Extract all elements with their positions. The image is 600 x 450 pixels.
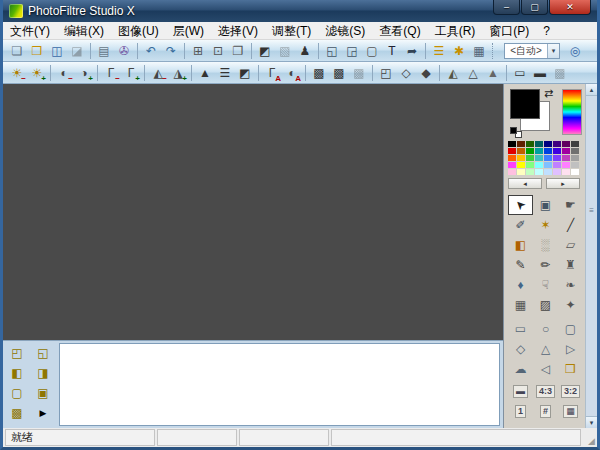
- scroll-up-button[interactable]: ▴: [586, 84, 597, 96]
- palette-swatch[interactable]: [526, 148, 534, 154]
- vector-path-button[interactable]: ➦: [403, 42, 421, 60]
- merge-layers-button[interactable]: ◲: [343, 42, 361, 60]
- palette-swatch[interactable]: [553, 162, 561, 168]
- palette-swatch[interactable]: [508, 148, 516, 154]
- menu-item-selection[interactable]: 选择(V): [211, 22, 265, 40]
- blur-more-button[interactable]: ▲: [484, 64, 502, 82]
- scroll-grip[interactable]: ≡: [589, 206, 594, 215]
- auto-contrast-button[interactable]: ◐A: [283, 64, 301, 82]
- palette-swatch[interactable]: [508, 155, 516, 161]
- menu-item-file[interactable]: 文件(Y): [3, 22, 57, 40]
- shape-ellipse[interactable]: ○: [533, 319, 558, 339]
- palette-swatch[interactable]: [571, 169, 579, 175]
- soften-button[interactable]: ◇: [397, 64, 415, 82]
- keyboard-input-button[interactable]: ▦: [558, 401, 583, 421]
- shape-triangle[interactable]: △: [533, 339, 558, 359]
- shape-polygon-lasso[interactable]: ◁: [533, 359, 558, 379]
- palette-swatch[interactable]: [562, 162, 570, 168]
- zoom-level-select[interactable]: <自动> ▾: [504, 43, 560, 59]
- redo-button[interactable]: ↷: [162, 42, 180, 60]
- image-explorer-button[interactable]: ☰: [430, 42, 448, 60]
- eraser-tool[interactable]: ▱: [558, 235, 583, 255]
- layer-manager-tool[interactable]: ▣: [533, 195, 558, 215]
- undo-button[interactable]: ↶: [142, 42, 160, 60]
- ratio-1-1-button[interactable]: 1: [508, 401, 533, 421]
- palette-swatch[interactable]: [508, 141, 516, 147]
- close-button[interactable]: ✕: [549, 0, 591, 15]
- nozzle-tool[interactable]: ▦: [508, 295, 533, 315]
- palette-swatch[interactable]: [544, 162, 552, 168]
- palette-swatch[interactable]: [562, 169, 570, 175]
- show-selection-button[interactable]: ▢: [363, 42, 381, 60]
- palette-swatch[interactable]: [517, 148, 525, 154]
- photomask-button[interactable]: ♟: [296, 42, 314, 60]
- palette-swatch[interactable]: [571, 162, 579, 168]
- palette-swatch[interactable]: [508, 169, 516, 175]
- palette-swatch[interactable]: [562, 148, 570, 154]
- minimize-button[interactable]: –: [493, 0, 520, 15]
- title-bar[interactable]: PhotoFiltre Studio X –▢✕: [3, 0, 597, 22]
- artistic-brush-tool[interactable]: ❧: [558, 275, 583, 295]
- maximize-button[interactable]: ▢: [521, 0, 548, 15]
- sharpen-more-button[interactable]: △: [464, 64, 482, 82]
- palette-swatch[interactable]: [571, 155, 579, 161]
- palette-swatch[interactable]: [526, 169, 534, 175]
- contrast-minus-button[interactable]: ◐−: [55, 64, 73, 82]
- brightness-plus-button[interactable]: ☀+: [28, 64, 46, 82]
- palette-swatch[interactable]: [562, 141, 570, 147]
- brightness-minus-button[interactable]: ☀−: [8, 64, 26, 82]
- new-file-button[interactable]: ❏: [8, 42, 26, 60]
- palette-swatch[interactable]: [526, 162, 534, 168]
- rainbow-gradient-picker[interactable]: [562, 89, 582, 135]
- clone-stamp-tool[interactable]: ♜: [558, 255, 583, 275]
- ratio-manual-button[interactable]: ▬: [508, 381, 533, 401]
- smudge-tool[interactable]: ☟: [533, 275, 558, 295]
- shape-diamond[interactable]: ◇: [508, 339, 533, 359]
- menu-item-edit[interactable]: 编辑(X): [57, 22, 111, 40]
- shape-rectangle[interactable]: ▭: [508, 319, 533, 339]
- zoom-tool-button[interactable]: ◎: [566, 42, 584, 60]
- saturation-plus-button[interactable]: ◮+: [169, 64, 187, 82]
- save-button[interactable]: ◫: [48, 42, 66, 60]
- menu-item-filter[interactable]: 滤镜(S): [318, 22, 372, 40]
- sharpen-drop-button[interactable]: ◆: [417, 64, 435, 82]
- histogram-adjust-button[interactable]: ▲: [196, 64, 214, 82]
- menu-item-tools[interactable]: 工具(R): [428, 22, 483, 40]
- open-file-button[interactable]: ❒: [28, 42, 46, 60]
- brush-tool[interactable]: ✎: [508, 255, 533, 275]
- canvas-size-button[interactable]: ⊡: [209, 42, 227, 60]
- scan-button[interactable]: ✇: [115, 42, 133, 60]
- line-tool[interactable]: ╱: [558, 215, 583, 235]
- layers-panel-new-button[interactable]: ◰: [7, 344, 27, 362]
- menu-item-layer[interactable]: 层(W): [166, 22, 211, 40]
- palette-swatch[interactable]: [517, 162, 525, 168]
- shape-right-triangle[interactable]: ▷: [558, 339, 583, 359]
- invert-button[interactable]: ◩: [236, 64, 254, 82]
- panel-scrollbar[interactable]: ▴ ≡ ▾: [585, 84, 597, 428]
- auto-levels-button[interactable]: ΓA: [263, 64, 281, 82]
- plugins-button[interactable]: ✱: [450, 42, 468, 60]
- spray-tool[interactable]: ░: [533, 235, 558, 255]
- palette-swatch[interactable]: [544, 148, 552, 154]
- levels-button[interactable]: ☰: [216, 64, 234, 82]
- layers-panel-selection-button[interactable]: ▢: [7, 384, 27, 402]
- histogram-button[interactable]: ◩: [256, 42, 274, 60]
- zoom-dropdown-button[interactable]: ▾: [547, 44, 559, 58]
- fill-tool[interactable]: ◧: [508, 235, 533, 255]
- layers-panel-expand-button[interactable]: ▶: [33, 404, 53, 422]
- palette-swatch[interactable]: [517, 141, 525, 147]
- image-size-button[interactable]: ⊞: [189, 42, 207, 60]
- relief-button[interactable]: ◭: [444, 64, 462, 82]
- palette-swatch[interactable]: [517, 155, 525, 161]
- blur-tool[interactable]: ♦: [508, 275, 533, 295]
- shape-rounded-rect[interactable]: ▢: [558, 319, 583, 339]
- menu-item-help[interactable]: ?: [536, 22, 557, 40]
- color-picker-tool[interactable]: ✐: [508, 215, 533, 235]
- scroll-down-button[interactable]: ▾: [586, 416, 597, 428]
- layers-panel-duplicate-button[interactable]: ◱: [33, 344, 53, 362]
- saturation-minus-button[interactable]: ◭−: [149, 64, 167, 82]
- text-button[interactable]: T: [383, 42, 401, 60]
- palette-swatch[interactable]: [526, 141, 534, 147]
- ratio-3-2-button[interactable]: 3:2: [558, 381, 583, 401]
- new-layer-button[interactable]: ◱: [323, 42, 341, 60]
